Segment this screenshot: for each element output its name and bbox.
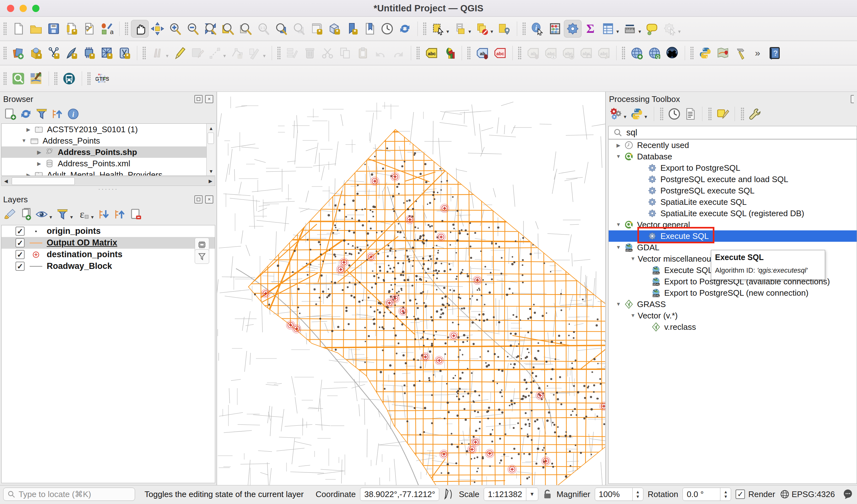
style-manager-button[interactable]: a	[98, 20, 116, 37]
magnifier-spin-arrows[interactable]: ▲▼	[632, 488, 643, 501]
digitize-with-segment-dropdown-arrow[interactable]: ▼	[222, 53, 227, 58]
osm-place-search-button[interactable]	[663, 44, 681, 62]
tree-item-export-to-postgresql-new-connection[interactable]: GDALExport to PostgreSQL (new connection…	[609, 287, 857, 299]
tree-item-address-points-xml[interactable]: ▶Address_Points.xml	[2, 158, 215, 169]
new-print-layout-button[interactable]: *	[63, 20, 80, 37]
layer-visibility-checkbox[interactable]: ✓	[15, 226, 24, 236]
layer-item-roadway-block[interactable]: ✓Roadway_Block	[2, 261, 215, 272]
scale-dropdown-arrow[interactable]: ▼	[526, 488, 538, 501]
tree-item-spatialite-execute-sql[interactable]: SpatiaLite execute SQL	[609, 196, 857, 208]
options-button[interactable]	[747, 106, 763, 121]
run-feature-action-button[interactable]	[661, 20, 678, 37]
toolbar-drag-handle[interactable]	[3, 72, 7, 85]
tree-item-export-to-postgresql[interactable]: Export to PostgreSQL	[609, 162, 857, 173]
select-by-location-button[interactable]	[495, 20, 513, 37]
layer-item-origin-points[interactable]: ✓origin_points	[2, 225, 215, 237]
modify-attributes-dropdown-arrow[interactable]: ▼	[262, 53, 267, 58]
change-label-button[interactable]: abc	[559, 44, 577, 62]
zoom-last-button[interactable]: <	[272, 20, 290, 37]
models-dropdown-arrow[interactable]: ▼	[623, 114, 627, 119]
manage-map-themes-dropdown-arrow[interactable]: ▼	[49, 215, 53, 220]
open-project-button[interactable]	[27, 20, 45, 37]
toolbar-drag-handle[interactable]	[54, 72, 58, 85]
layer-visibility-checkbox[interactable]: ✓	[15, 262, 24, 271]
toolbar-drag-handle[interactable]	[142, 46, 146, 60]
add-group-button[interactable]	[18, 207, 33, 222]
zoom-out-button[interactable]	[184, 20, 202, 37]
tree-item-database[interactable]: ▼Database	[609, 151, 857, 162]
layer-visibility-checkbox[interactable]: ✓	[15, 250, 24, 259]
extent-icon[interactable]	[444, 488, 454, 501]
current-edits-button[interactable]	[149, 44, 166, 62]
show-spatial-bookmarks-button[interactable]	[361, 20, 378, 37]
open-attribute-table-button[interactable]	[599, 20, 617, 37]
tree-item-adult-mental-health-providers[interactable]: ▶Adult_Mental_Health_Providers	[2, 169, 215, 176]
quickosm-button[interactable]	[27, 70, 45, 87]
refresh-browser-button[interactable]	[18, 106, 33, 121]
expand-arrow[interactable]: ▼	[19, 138, 29, 144]
filter-legend-dropdown-arrow[interactable]: ▼	[69, 215, 74, 220]
pan-to-selection-button[interactable]	[149, 20, 166, 37]
toolbar-drag-handle[interactable]	[622, 46, 625, 60]
temporal-controller-button[interactable]	[378, 20, 396, 37]
highlight-pinned-labels-button[interactable]: abc	[491, 44, 509, 62]
gtfs-importer-button[interactable]: GTFS	[94, 70, 111, 87]
history-button[interactable]	[667, 106, 682, 121]
new-spatial-bookmark-button[interactable]: *	[343, 20, 361, 37]
change-label-properties-button[interactable]: abc	[595, 44, 612, 62]
measure-line-button[interactable]	[621, 20, 639, 37]
browser-vertical-scrollbar[interactable]: ▲ ▼	[206, 124, 215, 175]
tree-item-acst5y2019-s0101-1[interactable]: ▶ACST5Y2019_S0101 (1)	[2, 124, 215, 135]
processing-float-button[interactable]	[851, 95, 854, 103]
help-contents-button[interactable]: ?	[766, 44, 784, 62]
new-virtual-layer-button[interactable]: *	[80, 44, 98, 62]
toolbar-drag-handle[interactable]	[277, 46, 281, 60]
toolbar-drag-handle[interactable]	[3, 22, 7, 35]
filter-by-expression-button[interactable]: ε	[76, 207, 91, 222]
toolbar-drag-handle[interactable]	[423, 22, 426, 35]
layers-close-button[interactable]: ×	[205, 195, 213, 204]
run-feature-action-dropdown-arrow[interactable]: ▼	[677, 29, 682, 34]
pan-map-button[interactable]	[131, 20, 149, 37]
remove-layer-button[interactable]	[128, 207, 143, 222]
expand-arrow[interactable]: ▼	[628, 256, 638, 262]
expand-arrow[interactable]: ▶	[614, 142, 623, 148]
modify-attributes-button[interactable]	[246, 44, 264, 62]
expand-arrow[interactable]: ▼	[614, 154, 623, 159]
manage-map-themes-button[interactable]	[34, 207, 49, 222]
render-checkbox[interactable]: ✓	[736, 489, 745, 499]
processing-search-input[interactable]: sql	[608, 126, 857, 139]
redo-button[interactable]	[389, 44, 407, 62]
tree-item-address-points[interactable]: ▼Address_Points	[2, 135, 215, 147]
new-map-view-button[interactable]: *	[308, 20, 325, 37]
edit-features-in-place-button[interactable]	[715, 106, 730, 121]
filter-legend-button[interactable]	[55, 207, 70, 222]
expand-arrow[interactable]: ▶	[34, 161, 44, 167]
digitize-with-segment-button[interactable]	[206, 44, 224, 62]
tree-item-postgresql-execute-and-load-sql[interactable]: PostgreSQL execute and load SQL	[609, 173, 857, 185]
new-mesh-layer-button[interactable]: *	[98, 44, 116, 62]
zoom-to-layer-button[interactable]	[237, 20, 255, 37]
paste-features-button[interactable]	[354, 44, 372, 62]
lock-scale-icon[interactable]	[543, 489, 552, 500]
tree-item-spatialite-execute-sql-registered-db[interactable]: SpatiaLite execute SQL (registered DB)	[609, 208, 857, 219]
new-geopackage-layer-button[interactable]: *	[27, 44, 45, 62]
toolbar-drag-handle[interactable]	[87, 72, 91, 85]
toolbar-drag-handle[interactable]	[690, 46, 694, 60]
tree-item-grass[interactable]: ▼GRASS	[609, 299, 857, 310]
expand-all-button[interactable]	[97, 207, 112, 222]
plugin-builder-button[interactable]	[732, 44, 750, 62]
new-spatialite-layer-button[interactable]: *	[63, 44, 80, 62]
data-source-manager-button[interactable]	[10, 44, 27, 62]
multiedit-attributes-button[interactable]	[283, 44, 301, 62]
toolbar-drag-handle[interactable]	[708, 107, 712, 120]
add-wms-layer-button[interactable]	[628, 44, 645, 62]
tree-item-v-reclass[interactable]: v.reclass	[609, 321, 857, 333]
browser-float-button[interactable]	[195, 95, 203, 103]
scroll-right-arrow[interactable]: ▶	[206, 177, 215, 186]
models-button[interactable]	[608, 106, 623, 121]
toolbar-drag-handle[interactable]	[522, 22, 526, 35]
new-project-button[interactable]	[10, 20, 27, 37]
expand-arrow[interactable]: ▼	[614, 222, 623, 228]
panel-resize-handle[interactable]: ······	[0, 187, 216, 191]
